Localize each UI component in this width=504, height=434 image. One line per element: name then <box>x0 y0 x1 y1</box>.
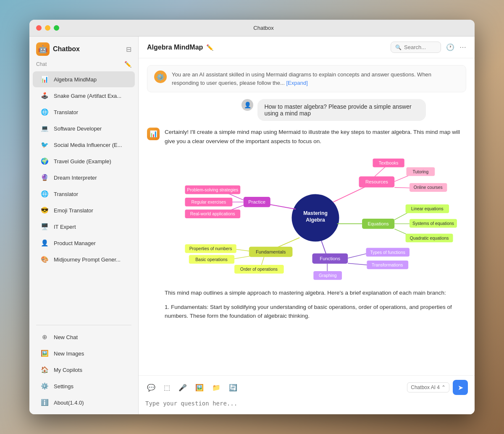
user-avatar: 👤 <box>242 99 253 111</box>
sidebar-item-product-manager[interactable]: 👤 Product Manager <box>33 235 135 251</box>
model-selector[interactable]: Chatbox AI 4 ⌃ <box>407 382 449 392</box>
sidebar-item-snake-game[interactable]: 🕹️ Snake Game (Artifact Exa... <box>33 88 135 104</box>
chat-area: Algebra MindMap ✏️ 🔍 🕐 ⋯ ⚙️ <box>139 37 475 414</box>
ai-bullet-text: 1. Fundamentals: Start by solidifying yo… <box>165 303 466 321</box>
ai-avatar: 📊 <box>147 128 160 140</box>
sidebar-list: 📊 Algebra MindMap 🕹️ Snake Game (Artifac… <box>29 69 138 323</box>
sidebar-item-label: Translator <box>54 109 128 115</box>
sidebar-item-icon: 😎 <box>39 205 50 215</box>
sidebar-item-label: Midjourney Prompt Gener... <box>54 256 128 263</box>
system-icon: ⚙️ <box>154 71 167 83</box>
app-brand: 🤖 Chatbox <box>36 42 80 56</box>
sidebar-item-it-expert[interactable]: 🖥️ IT Expert <box>33 219 135 235</box>
chat-section-header: Chat ✏️ <box>29 59 138 69</box>
new-images-button[interactable]: 🖼️ New Images <box>33 345 135 361</box>
sidebar-item-midjourney[interactable]: 🎨 Midjourney Prompt Gener... <box>33 251 135 267</box>
toolbar: 💬 ⬚ 🎤 🖼️ 📁 🔄 Chatbox AI 4 ⌃ ➤ <box>145 380 468 395</box>
types-label: Types of functions <box>370 250 405 255</box>
settings-button[interactable]: ⚙️ Settings <box>33 378 135 394</box>
chat-header-actions: 🔍 🕐 ⋯ <box>391 42 466 53</box>
functions-label: Functions <box>320 256 340 261</box>
chat-header: Algebra MindMap ✏️ 🔍 🕐 ⋯ <box>139 37 475 58</box>
regular-label: Regular exercises <box>191 200 226 204</box>
search-box[interactable]: 🔍 <box>391 42 441 53</box>
sidebar-item-algebra-mindmap[interactable]: 📊 Algebra MindMap <box>33 71 135 87</box>
textbooks-label: Textbooks <box>379 161 399 165</box>
input-area: 💬 ⬚ 🎤 🖼️ 📁 🔄 Chatbox AI 4 ⌃ ➤ <box>139 375 475 414</box>
settings-label: Settings <box>54 383 74 390</box>
sidebar-item-icon: 🌍 <box>39 156 50 166</box>
chevron-up-down-icon: ⌃ <box>441 384 446 390</box>
sidebar-item-icon: 🕹️ <box>39 91 50 101</box>
app-window: Chatbox 🤖 Chatbox ⊟ Chat ✏️ 📊 Algebra Mi… <box>29 20 475 414</box>
new-chat-icon[interactable]: ✏️ <box>124 61 131 68</box>
new-chat-button[interactable]: ⊕ New Chat <box>33 329 135 345</box>
sidebar: 🤖 Chatbox ⊟ Chat ✏️ 📊 Algebra MindMap 🕹️… <box>29 37 139 414</box>
about-button[interactable]: ℹ️ About(1.4.0) <box>33 395 135 410</box>
sidebar-item-label: Product Manager <box>54 240 128 246</box>
send-button[interactable]: ➤ <box>453 380 468 395</box>
my-copilots-label: My Copilots <box>54 367 82 373</box>
about-label: About(1.4.0) <box>54 400 84 406</box>
expand-link[interactable]: [Expand] <box>286 80 307 86</box>
chat-section-label: Chat <box>36 61 47 67</box>
history-icon[interactable]: 🕐 <box>446 43 454 51</box>
new-chat-label: New Chat <box>54 334 78 340</box>
system-text: You are an AI assistant skilled in using… <box>172 71 459 87</box>
image-upload-icon[interactable]: 🖼️ <box>194 382 205 393</box>
sidebar-divider <box>36 325 131 325</box>
user-bubble: How to master algebra? Please provide a … <box>257 99 426 121</box>
sidebar-item-icon: 💻 <box>39 123 50 133</box>
sidebar-item-label: IT Expert <box>54 224 128 230</box>
more-options-icon[interactable]: ⋯ <box>459 43 466 51</box>
maximize-button[interactable] <box>54 25 59 31</box>
ai-message: 📊 Certainly! I'll create a simple mind m… <box>147 128 466 326</box>
sidebar-item-icon: 📊 <box>39 74 50 84</box>
window-title: Chatbox <box>59 25 468 31</box>
sidebar-item-travel-guide[interactable]: 🌍 Travel Guide (Example) <box>33 153 135 169</box>
folder-icon[interactable]: 📁 <box>210 382 222 393</box>
app-name: Chatbox <box>53 45 80 53</box>
toolbar-right: Chatbox AI 4 ⌃ ➤ <box>407 380 468 395</box>
switch-icon[interactable]: 🔄 <box>227 382 239 393</box>
sidebar-item-icon: 🔮 <box>39 173 50 183</box>
systems-label: Systems of equations <box>412 221 454 226</box>
practice-label: Practice <box>248 199 265 204</box>
app-icon: 🤖 <box>36 42 50 56</box>
sidebar-item-label: Social Media Influencer (E... <box>54 142 128 148</box>
ai-summary-text: This mind map outlines a simple approach… <box>165 288 466 298</box>
my-copilots-button[interactable]: 🏠 My Copilots <box>33 362 135 378</box>
new-chat-icon: ⊕ <box>39 332 50 342</box>
mindmap-center-label2: Algebra <box>306 217 325 223</box>
model-label: Chatbox AI 4 <box>411 384 440 390</box>
sidebar-bottom: ⊕ New Chat 🖼️ New Images 🏠 My Copilots ⚙… <box>29 327 138 414</box>
search-input[interactable] <box>404 44 438 50</box>
sidebar-item-translator[interactable]: 🌐 Translator <box>33 104 135 120</box>
message-input[interactable] <box>145 398 468 408</box>
sidebar-item-translator-2[interactable]: 🌐 Translator <box>33 186 135 202</box>
sidebar-item-label: Emoji Translator <box>54 207 128 214</box>
minimize-button[interactable] <box>45 25 50 31</box>
sidebar-item-emoji-translator[interactable]: 😎 Emoji Translator <box>33 202 135 218</box>
mindmap-svg: Mastering Algebra Resources Textbooks <box>165 151 466 285</box>
messages-area: ⚙️ You are an AI assistant skilled in us… <box>139 58 475 375</box>
sidebar-item-dream-interpreter[interactable]: 🔮 Dream Interpreter <box>33 170 135 186</box>
close-button[interactable] <box>36 25 42 31</box>
sidebar-item-icon: 🐦 <box>39 140 50 150</box>
settings-icon: ⚙️ <box>39 381 50 391</box>
voice-icon[interactable]: 🎤 <box>177 382 189 393</box>
search-icon: 🔍 <box>395 44 402 50</box>
sidebar-item-social-media[interactable]: 🐦 Social Media Influencer (E... <box>33 137 135 153</box>
ai-content: Certainly! I'll create a simple mind map… <box>165 128 466 326</box>
user-message-text: How to master algebra? Please provide a … <box>264 103 419 117</box>
realworld-label: Real-world applications <box>190 212 235 217</box>
send-icon: ➤ <box>458 384 463 392</box>
sidebar-toggle-button[interactable]: ⊟ <box>126 45 131 53</box>
edit-title-icon[interactable]: ✏️ <box>206 44 213 51</box>
chat-mode-icon[interactable]: 💬 <box>145 382 157 393</box>
selection-icon[interactable]: ⬚ <box>162 382 172 393</box>
fundamentals-label: Fundamentals <box>256 249 286 254</box>
mindmap-container: Mastering Algebra Resources Textbooks <box>165 151 466 285</box>
tutoring-label: Tutoring <box>413 170 429 174</box>
sidebar-item-software-developer[interactable]: 💻 Software Developer <box>33 120 135 136</box>
